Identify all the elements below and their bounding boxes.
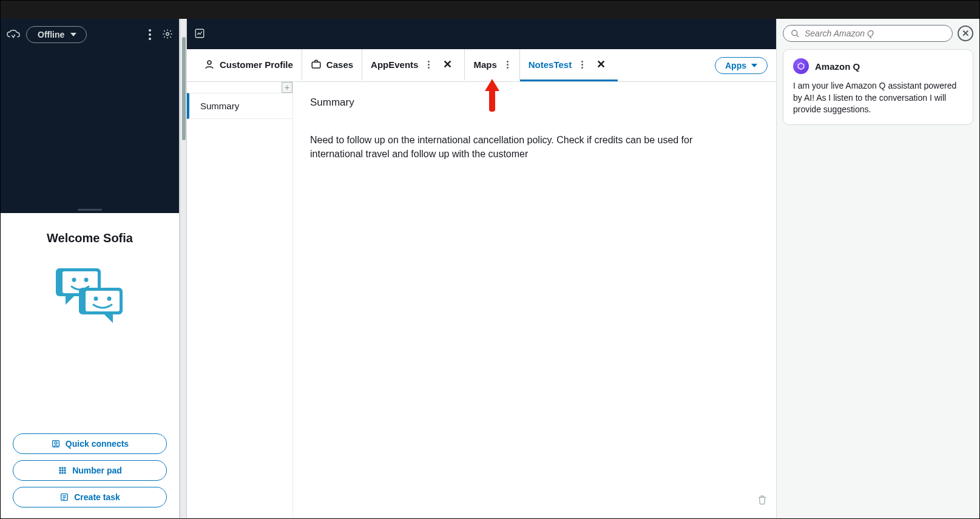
svg-point-10 (62, 467, 63, 469)
amazon-q-search[interactable] (783, 25, 953, 42)
scroll-thumb[interactable] (182, 37, 186, 140)
chat-illustration-icon (53, 263, 126, 332)
create-task-label: Create task (74, 492, 120, 502)
agent-status-dropdown[interactable]: Offline (26, 26, 87, 43)
chevron-down-icon (70, 33, 76, 36)
agent-status-label: Offline (38, 30, 64, 39)
svg-point-14 (64, 470, 66, 471)
notes-title: Summary (310, 97, 759, 109)
amazon-q-logo-icon (793, 58, 809, 74)
number-pad-button[interactable]: Number pad (13, 460, 167, 481)
tab-notes-test-close-icon[interactable]: ✕ (593, 58, 609, 71)
quick-connects-label: Quick connects (66, 439, 129, 449)
connect-logo-icon (7, 29, 20, 40)
tab-app-events[interactable]: AppEvents ✕ (362, 49, 465, 81)
notes-sidebar-item-summary[interactable]: Summary (187, 93, 292, 119)
svg-point-8 (55, 442, 57, 444)
svg-point-12 (59, 470, 61, 471)
add-section-button[interactable]: + (282, 82, 292, 93)
quick-connects-button[interactable]: Quick connects (13, 433, 167, 454)
notes-content: Summary Need to follow up on the interna… (293, 82, 776, 519)
window-titlebar (1, 1, 979, 19)
apps-button-label: Apps (725, 61, 746, 70)
welcome-heading: Welcome Sofia (47, 231, 133, 245)
svg-point-22 (792, 30, 797, 35)
number-pad-label: Number pad (72, 466, 122, 475)
svg-point-13 (62, 470, 63, 471)
amazon-q-description: I am your live Amazon Q assistant powere… (793, 80, 963, 116)
amazon-q-panel: ✕ Amazon Q I am your live Amazon Q assis… (776, 19, 979, 519)
tab-notes-test-menu-icon[interactable] (579, 61, 586, 69)
resize-handle[interactable] (78, 209, 102, 211)
tab-customer-profile-label: Customer Profile (220, 59, 293, 70)
svg-point-16 (62, 472, 63, 473)
tab-app-events-menu-icon[interactable] (425, 61, 432, 69)
apps-dropdown-button[interactable]: Apps (715, 57, 768, 74)
settings-icon[interactable] (162, 29, 173, 41)
svg-point-20 (208, 61, 211, 64)
tab-app-events-label: AppEvents (371, 59, 418, 70)
tab-maps[interactable]: Maps (465, 49, 519, 81)
tab-cases[interactable]: Cases (302, 49, 362, 81)
notes-body: Need to follow up on the international c… (310, 133, 698, 161)
more-menu-icon[interactable] (149, 29, 151, 40)
tab-customer-profile[interactable]: Customer Profile (195, 49, 302, 81)
app-container: Offline Welcome Sofia (1, 19, 979, 519)
svg-point-2 (72, 278, 76, 282)
svg-point-0 (166, 32, 169, 35)
svg-point-15 (59, 472, 61, 473)
svg-point-6 (107, 297, 112, 301)
left-panel: Offline Welcome Sofia (1, 19, 180, 519)
tab-bar: Customer Profile Cases AppEvents ✕ Maps … (187, 49, 776, 82)
panel-divider[interactable] (180, 19, 187, 519)
close-panel-icon[interactable]: ✕ (958, 25, 973, 41)
delete-icon[interactable] (757, 494, 768, 507)
tab-maps-label: Maps (473, 59, 496, 70)
search-icon (791, 29, 800, 38)
content-row: + Summary Summary Need to follow up on t… (187, 82, 776, 519)
workspace-toolbar (187, 19, 776, 49)
tab-notes-test-label: NotesTest (529, 59, 572, 70)
svg-point-9 (59, 467, 61, 469)
amazon-q-search-input[interactable] (805, 29, 945, 38)
workspace-panel: Customer Profile Cases AppEvents ✕ Maps … (187, 19, 776, 519)
agent-status-area: Offline (1, 19, 179, 213)
briefcase-icon (311, 59, 322, 70)
tab-app-events-close-icon[interactable]: ✕ (439, 58, 456, 71)
svg-point-3 (84, 278, 89, 282)
svg-point-11 (64, 467, 66, 469)
analytics-icon[interactable] (194, 28, 205, 41)
amazon-q-card: Amazon Q I am your live Amazon Q assista… (783, 49, 973, 125)
tab-notes-test[interactable]: NotesTest ✕ (520, 49, 618, 81)
create-task-button[interactable]: Create task (13, 487, 167, 507)
agent-home: Welcome Sofia Quick connects (1, 213, 179, 519)
notes-sidebar: + Summary (187, 82, 293, 519)
svg-point-5 (94, 297, 98, 301)
chevron-down-icon (751, 64, 757, 67)
amazon-q-title: Amazon Q (815, 61, 860, 72)
tab-maps-menu-icon[interactable] (504, 61, 511, 69)
user-icon (204, 59, 215, 70)
svg-point-17 (64, 472, 66, 473)
svg-rect-21 (312, 62, 320, 68)
tab-cases-label: Cases (326, 59, 353, 70)
svg-marker-23 (798, 63, 803, 70)
notes-sidebar-item-label: Summary (200, 101, 239, 111)
